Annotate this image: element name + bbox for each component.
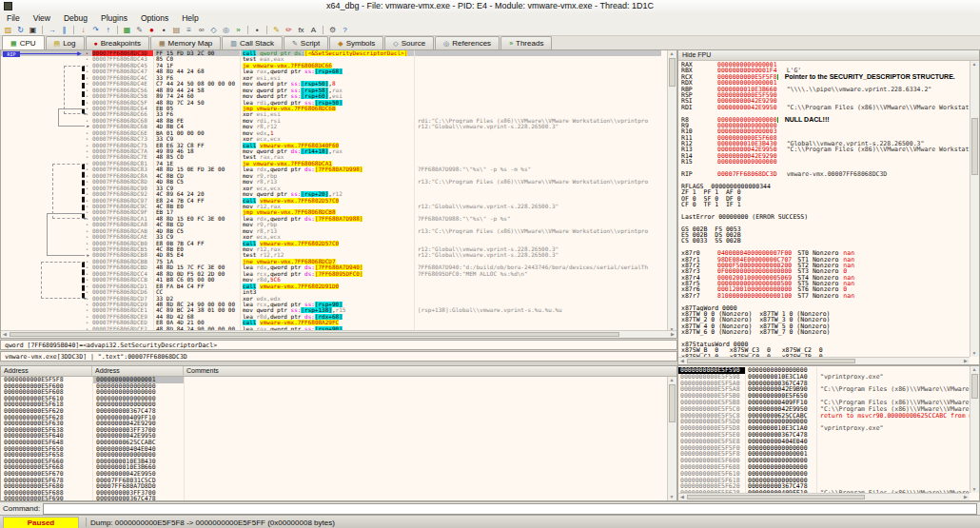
menu-item-help[interactable]: Help (175, 12, 205, 24)
dump-comment (184, 420, 667, 427)
stack-hscrollbar[interactable]: ◀ ▶ (678, 493, 970, 500)
command-bar: Command: (0, 501, 980, 515)
register-name: RSI (681, 98, 717, 104)
gutter-dot-icon: • (86, 106, 88, 111)
command-input[interactable] (43, 503, 977, 515)
stack-row[interactable]: 0000000000E5F5900000000000000000 (678, 367, 970, 374)
cpu-chip-icon[interactable]: ▦ (121, 25, 133, 35)
script-icon[interactable]: ✎ (133, 25, 146, 35)
stack-row[interactable]: 0000000000E5F620000000000367C478 (678, 483, 970, 490)
menu-item-file[interactable]: File (0, 12, 27, 24)
stack-row[interactable]: 0000000000E5F5F80000000000000001 (678, 451, 970, 458)
stack-comment (816, 478, 970, 484)
stack-comment (816, 445, 970, 452)
source-icon[interactable]: ◇ (207, 25, 220, 35)
register-comment: vmware-vmx.00007FF68068DC3D (787, 171, 888, 177)
tab-log[interactable]: ▤Log (46, 36, 85, 49)
dump-row[interactable]: 0000000000E5F690000000000367C478 (1, 496, 667, 500)
gutter-dot-icon: • (86, 302, 88, 307)
fx-icon[interactable]: fx (295, 25, 307, 35)
stack-row[interactable]: 0000000000E5F5B8000000000409FF10"C:\\Pro… (678, 400, 970, 406)
tab-symbols[interactable]: ◆Symbols (329, 36, 383, 49)
stack-address: 0000000000E5F618 (678, 478, 745, 484)
stack-value: 000000000404E040 (745, 439, 816, 445)
highlight-icon[interactable]: ✏ (283, 25, 295, 35)
tab-source[interactable]: ◇Source (384, 36, 434, 49)
threads-icon[interactable]: » (232, 25, 245, 35)
tab-breakpoints[interactable]: ●Breakpoints (86, 36, 149, 49)
disassembly-vscrollbar[interactable]: ▲ ▼ (667, 50, 676, 333)
memory-map-icon[interactable]: ▤ (170, 25, 183, 35)
stack-row[interactable]: 0000000000E5F6080000000000000000 (678, 464, 970, 471)
stack-vscrollbar[interactable]: ▲ ▼ (970, 366, 979, 493)
stack-row[interactable]: 0000000000E5F5C800000000625CCABCreturn t… (678, 413, 970, 420)
stack-comment (816, 419, 970, 425)
register-name: RIP (681, 171, 717, 177)
menu-item-view[interactable]: View (27, 12, 57, 24)
step-over-icon[interactable]: ↷ (89, 25, 102, 35)
stack-comment (816, 432, 970, 439)
step-out-icon[interactable]: ↑ (102, 25, 114, 35)
menu-item-debug[interactable]: Debug (57, 12, 94, 24)
stack-row[interactable]: 0000000000E5F6100000000000000000 (678, 471, 970, 478)
help-icon[interactable]: ? (339, 25, 351, 35)
stack-row[interactable]: 0000000000E5F5D80000000010E3C1A0"vprintp… (678, 425, 970, 432)
register-pair: x87r781000000000000000100 (681, 293, 792, 299)
gutter-dot-icon: • (86, 130, 88, 136)
gutter-dot-icon: • (86, 228, 88, 234)
dump-vscrollbar[interactable]: ▲ ▼ (667, 377, 676, 500)
tab-call-stack[interactable]: ▥Call Stack (222, 36, 283, 49)
patch-icon[interactable]: ▪ (251, 25, 264, 35)
settings-icon[interactable]: ⚙ (326, 25, 339, 35)
menu-item-plugins[interactable]: Plugins (94, 12, 134, 24)
registers-hscrollbar[interactable]: ◀ ▶ (678, 357, 970, 364)
stack-row[interactable]: 0000000000E5F5E0000000000367C478 (678, 432, 970, 439)
hide-fpu-button[interactable]: Hide FPU (678, 50, 979, 61)
stack-value: 0000000000000000 (745, 367, 816, 374)
references-icon[interactable]: ◎ (220, 25, 232, 35)
tab-script[interactable]: ✎Script (284, 36, 328, 49)
dump-panel: Address Address Comments 0000000000E5F5F… (0, 365, 677, 501)
tab-threads[interactable]: »Threads (500, 36, 552, 49)
stack-row[interactable]: 0000000000E5F5D00000000000000000 (678, 419, 970, 425)
register-name: R12 (681, 141, 717, 147)
stack-comment (816, 483, 970, 490)
stop-icon[interactable]: ▣ (27, 25, 39, 35)
stack-row[interactable]: 0000000000E5F5E8000000000404E040 (678, 439, 970, 445)
console-icon[interactable]: ▪ (158, 25, 170, 35)
gutter-dot-icon: • (86, 161, 88, 166)
disassembly-hscrollbar[interactable]: ◀ ▶ (1, 330, 676, 338)
restart-icon[interactable]: ↻ (14, 25, 27, 35)
step-into-icon[interactable]: ↓ (77, 25, 89, 35)
stack-row[interactable]: 0000000000E5F5C000000000042E9950"C:\\Pro… (678, 406, 970, 413)
stack-value: 0000000000000000 (745, 471, 816, 478)
tab-cpu[interactable]: ▦CPU (2, 35, 45, 49)
stack-row[interactable]: 0000000000E5F5A800000000042E9B90"C:\\Pro… (678, 386, 970, 393)
pause-icon[interactable]: ∥ (58, 25, 70, 35)
register-row[interactable]: RDI00000000042E9950"C:\\Program Files (x… (681, 105, 970, 110)
registers-vscrollbar[interactable]: ▲ ▼ (970, 61, 979, 357)
breakpoint-dot-icon[interactable]: ● (146, 25, 158, 35)
register-name: x87r2 (681, 263, 717, 268)
stack-row[interactable]: 0000000000E5F5F00000000000000000 (678, 445, 970, 452)
gutter-dot-icon: • (86, 264, 88, 270)
font-icon[interactable]: A (307, 25, 320, 35)
open-file-icon[interactable]: ▨ (2, 25, 14, 35)
gutter-dot-icon: • (86, 136, 88, 142)
seh-chain-icon[interactable]: ∞ (195, 25, 207, 35)
call-stack-icon[interactable]: ≡ (183, 25, 195, 35)
dump-comment (184, 427, 667, 434)
menu-item-options[interactable]: Options (134, 12, 175, 24)
tab-references[interactable]: ◎References (435, 36, 500, 49)
comment-icon[interactable]: ✎ (270, 25, 283, 35)
dump-comment (184, 396, 667, 402)
stack-row[interactable]: 0000000000E5F5A0000000000367C478 (678, 381, 970, 387)
stack-row[interactable]: 0000000000E5F6180000000000000000 (678, 478, 970, 484)
gutter-dot-icon: • (86, 118, 88, 124)
tab-memory-map[interactable]: ▦Memory Map (150, 36, 221, 49)
stack-row[interactable]: 0000000000E5F5B00000000000E5F650 (678, 393, 970, 400)
stack-row[interactable]: 0000000000E5F6000000000000000000 (678, 458, 970, 464)
gutter-dot-icon: • (86, 222, 88, 227)
stack-row[interactable]: 0000000000E5F5980000000010E3C1A0"vprintp… (678, 374, 970, 381)
run-icon[interactable]: → (46, 25, 58, 35)
